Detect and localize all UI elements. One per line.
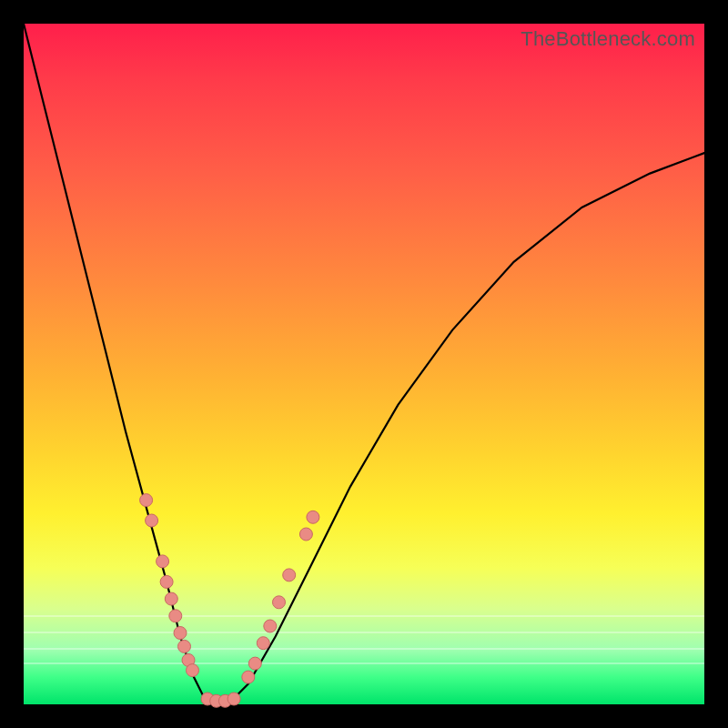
data-dot xyxy=(140,494,153,507)
data-dot xyxy=(157,555,169,568)
data-dot xyxy=(273,596,286,609)
data-dot xyxy=(283,569,296,581)
data-dot xyxy=(242,671,255,683)
data-dot xyxy=(307,511,319,523)
dots-left-group xyxy=(140,494,199,677)
plot-area: TheBottleneck.com xyxy=(24,24,704,704)
data-dot xyxy=(299,528,312,541)
data-dot xyxy=(257,637,269,650)
data-dot xyxy=(178,640,191,652)
data-dot xyxy=(264,620,277,632)
data-dot xyxy=(228,693,240,705)
chart-svg xyxy=(24,24,704,704)
outer-frame: TheBottleneck.com xyxy=(0,0,728,728)
data-dot xyxy=(165,592,177,605)
data-dot xyxy=(187,664,199,677)
bottleneck-curve xyxy=(24,24,704,704)
data-dot xyxy=(169,610,182,622)
data-dot xyxy=(146,514,158,527)
data-dot xyxy=(160,575,173,588)
data-dot xyxy=(248,657,261,670)
dots-bottom-group xyxy=(201,693,240,707)
data-dot xyxy=(174,627,187,640)
dots-right-group xyxy=(242,511,319,683)
